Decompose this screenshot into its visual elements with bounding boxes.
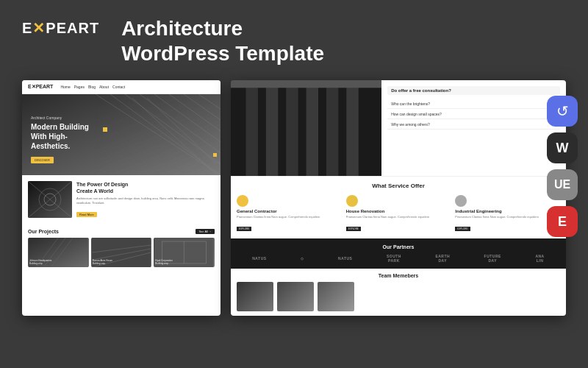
icons-panel: ↺ W UE E [547, 96, 578, 237]
service-desc-1: Praesentum Claritas firma Nam augue. Com… [237, 215, 342, 219]
hero-small-text: Architect Company [31, 116, 89, 120]
refresh-icon-btn[interactable]: ↺ [547, 96, 578, 127]
read-more-btn[interactable]: Read More [76, 212, 97, 217]
left-preview-card: E✕PEART Home Pages Blog About Contact [22, 80, 220, 316]
nav-home: Home [60, 85, 70, 89]
logo-x: ✕ [32, 20, 46, 36]
partner-2: ◇ [301, 256, 304, 261]
projects-see-all[interactable]: See All → [196, 229, 215, 234]
title-block: Architecture WordPress Template [121, 16, 324, 66]
project-item-3: Hyatt CorporationBuilding corp. [154, 238, 215, 267]
svg-rect-36 [306, 83, 318, 177]
team-photos [237, 282, 560, 311]
svg-rect-35 [286, 83, 298, 177]
svg-rect-38 [346, 83, 358, 177]
projects-title: Our Projects [28, 229, 59, 234]
hero-content: Architect Company Modern BuildingWith Hi… [31, 116, 89, 164]
partners-section: Our Partners NATUS ◇ NATUS SOUTHPARK EAR… [231, 238, 566, 269]
house-renovation-icon [346, 195, 358, 207]
services-section: What Service Offer General Contractor Pr… [231, 176, 566, 238]
right-hero-image [231, 80, 381, 176]
header: E✕PEART Architecture WordPress Template [0, 0, 588, 80]
project-item-1: Johnson HeadquartersBuilding corp. [28, 238, 89, 267]
team-title: Team Memebers [237, 273, 560, 278]
right-preview-card: Do offer a free consultation? Who can th… [231, 80, 566, 316]
preview-logo: E✕PEART [28, 84, 53, 90]
service-name-3: Industrial Engineering [455, 209, 560, 213]
service-general-contractor: General Contractor Praesentum Claritas f… [237, 195, 342, 233]
faq-item-1[interactable]: Who can the brightens? + [387, 99, 560, 109]
logo: E✕PEART [22, 19, 99, 37]
faq-question-3: Why we among others? [391, 122, 430, 127]
partners-logos: NATUS ◇ NATUS SOUTHPARK EARTHDAY FUTURED… [237, 254, 560, 263]
project-label-2: Buenos Aires HouseBuilding corp. [93, 260, 112, 265]
project-label-3: Hyatt CorporationBuilding corp. [155, 260, 173, 265]
service-industrial-engineering: Industrial Engineering Praesentum Clarit… [455, 195, 560, 233]
team-photo-3 [318, 282, 354, 311]
team-photo-1 [237, 282, 273, 311]
project-item-2: Buenos Aires HouseBuilding corp. [91, 238, 152, 267]
partner-7: ANALIN [535, 254, 544, 263]
hero-discover-btn[interactable]: DISCOVER [31, 157, 54, 163]
projects-grid: Johnson HeadquartersBuilding corp. Bueno… [28, 238, 215, 267]
service-name-2: House Renovation [346, 209, 451, 213]
svg-rect-33 [246, 83, 258, 177]
ue-icon-btn[interactable]: UE [547, 169, 578, 200]
faq-question-2: How can design small spaces? [391, 112, 442, 116]
svg-rect-39 [231, 80, 381, 88]
content-area: E✕PEART Home Pages Blog About Contact [0, 80, 588, 316]
preview-nav: E✕PEART Home Pages Blog About Contact [22, 80, 220, 94]
projects-section: Our Projects See All → Johnson Headquart… [22, 224, 220, 272]
service-btn-3[interactable]: EXPLORE [455, 227, 470, 231]
projects-header: Our Projects See All → [28, 229, 215, 234]
team-section: Team Memebers [231, 269, 566, 316]
partner-6: FUTUREDAY [484, 254, 501, 263]
partner-3: NATUS [338, 256, 352, 261]
service-name-1: General Contractor [237, 209, 342, 213]
section-image [28, 181, 72, 218]
nav-blog: Blog [88, 85, 96, 89]
service-btn-2[interactable]: EXPLORE [346, 227, 361, 231]
faq-header: Do offer a free consultation? [387, 86, 560, 95]
svg-rect-37 [326, 83, 338, 177]
section-body: Architecture non are sollicitudin and de… [76, 197, 215, 205]
nav-pages: Pages [74, 85, 85, 89]
elementor-icon-btn[interactable]: E [547, 206, 578, 237]
wordpress-icon-btn[interactable]: W [547, 132, 578, 163]
logo-text: E✕PEART [22, 19, 99, 37]
svg-rect-34 [266, 83, 278, 177]
service-desc-2: Praesentum Claritas firma Nam augue. Com… [346, 215, 451, 219]
team-photo-2 [277, 282, 314, 311]
faq-question-1: Who can the brightens? [391, 102, 430, 106]
service-btn-1[interactable]: EXPLORE [237, 227, 251, 231]
services-title: What Service Offer [237, 183, 560, 189]
services-grid: General Contractor Praesentum Claritas f… [237, 195, 560, 233]
section-title: The Power Of DesignCreate A World [76, 181, 215, 194]
sub-title: WordPress Template [121, 41, 324, 66]
svg-rect-11 [103, 127, 107, 132]
service-house-renovation: House Renovation Praesentum Claritas fir… [346, 195, 451, 233]
partner-1: NATUS [252, 256, 266, 261]
industrial-engineering-icon [455, 195, 467, 207]
main-title: Architecture [121, 16, 324, 41]
project-label-1: Johnson HeadquartersBuilding corp. [29, 260, 51, 265]
faq-item-3[interactable]: Why we among others? + [387, 119, 560, 130]
partner-5: EARTHDAY [435, 254, 450, 263]
design-section: The Power Of DesignCreate A World Archit… [22, 175, 220, 224]
nav-contact: Contact [112, 85, 125, 89]
svg-rect-12 [213, 153, 217, 157]
right-faq: Do offer a free consultation? Who can th… [381, 80, 566, 176]
service-desc-3: Praesentum Claritas firma Nam augue. Com… [455, 215, 560, 219]
hero-big-text: Modern BuildingWith High-Aesthetics. [31, 122, 89, 151]
general-contractor-icon [237, 195, 248, 207]
nav-about: About [99, 85, 109, 89]
partner-4: SOUTHPARK [387, 254, 401, 263]
faq-item-2[interactable]: How can design small spaces? + [387, 109, 560, 119]
preview-nav-items: Home Pages Blog About Contact [60, 85, 125, 89]
right-top: Do offer a free consultation? Who can th… [231, 80, 566, 176]
partners-title: Our Partners [237, 244, 560, 250]
section-text: The Power Of DesignCreate A World Archit… [76, 181, 215, 218]
preview-hero: Architect Company Modern BuildingWith Hi… [22, 94, 220, 175]
